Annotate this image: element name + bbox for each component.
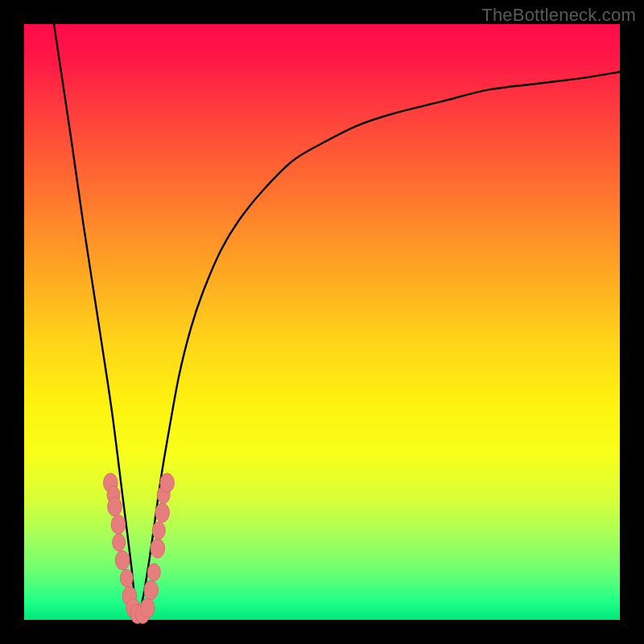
chart-svg xyxy=(24,24,620,620)
data-point xyxy=(120,569,133,587)
data-point xyxy=(147,564,160,581)
bottleneck-curve xyxy=(54,24,620,620)
data-point xyxy=(144,580,159,600)
data-point xyxy=(111,515,126,535)
data-point xyxy=(115,551,130,570)
watermark-text: TheBottleneck.com xyxy=(481,5,636,26)
data-point xyxy=(151,539,165,558)
data-point xyxy=(113,534,126,551)
data-point xyxy=(140,598,155,617)
data-point xyxy=(152,522,165,539)
plot-area xyxy=(24,24,620,620)
data-point xyxy=(160,473,175,493)
chart-frame: TheBottleneck.com xyxy=(0,0,644,644)
data-points xyxy=(104,473,175,624)
data-point xyxy=(108,497,122,517)
data-point xyxy=(155,503,170,522)
